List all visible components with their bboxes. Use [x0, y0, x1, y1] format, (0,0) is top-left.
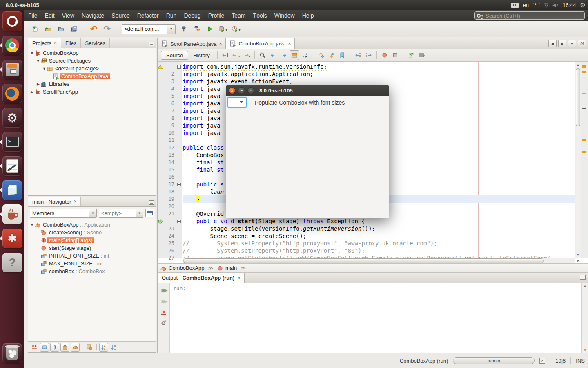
- search-dropdown-icon[interactable]: ▾: [481, 14, 483, 18]
- find-selection-button[interactable]: [258, 50, 267, 60]
- comment-button[interactable]: [406, 50, 416, 60]
- profile-button[interactable]: ▾: [230, 23, 242, 35]
- breadcrumb-close-icon[interactable]: ×: [580, 40, 585, 47]
- clean-build-button[interactable]: [191, 23, 203, 35]
- last-edit-button[interactable]: [220, 50, 230, 60]
- show-fields-button[interactable]: [40, 343, 49, 352]
- show-inner-classes-button[interactable]: [85, 343, 94, 352]
- forward-button[interactable]: ▾: [242, 50, 252, 60]
- fold-collapse-icon[interactable]: [177, 183, 181, 186]
- sort-source-button[interactable]: [109, 343, 118, 352]
- navigator-tree-item[interactable]: start(Stage stage): [28, 244, 156, 252]
- navigator-filter-select[interactable]: <empty> ▼: [99, 209, 143, 218]
- tab-scrollpaneapp-java[interactable]: ScrollPaneApp.java×: [158, 38, 226, 49]
- dock-item-java-app[interactable]: [2, 204, 22, 224]
- minimize-panel-button[interactable]: [149, 200, 154, 205]
- search-input[interactable]: ▾ Search (Ctrl+I): [474, 11, 585, 20]
- stripe-mark[interactable]: [582, 108, 586, 109]
- scroll-up-icon[interactable]: ▲: [582, 283, 588, 289]
- battery-icon[interactable]: [533, 3, 540, 7]
- project-tree-item[interactable]: ▼ComboBoxApp: [28, 49, 156, 57]
- minimize-panel-button[interactable]: [149, 42, 154, 46]
- stripe-mark[interactable]: [582, 139, 586, 141]
- redo-button[interactable]: ↷: [101, 23, 113, 35]
- configuration-select[interactable]: <default conf...▼: [122, 24, 176, 34]
- undo-button[interactable]: ↶: [88, 23, 100, 35]
- chevron-down-icon[interactable]: ▼: [167, 25, 175, 34]
- navigator-tree-item[interactable]: comboBox : ComboBox: [28, 267, 156, 275]
- next-bookmark-button[interactable]: [327, 50, 336, 60]
- menu-edit[interactable]: Edit: [41, 10, 58, 21]
- project-tree-item[interactable]: ▶Libraries: [28, 80, 156, 88]
- navigator-tree-item[interactable]: createScene() : Scene: [28, 229, 156, 236]
- output-scrollbar[interactable]: ▲ ▼: [581, 283, 588, 353]
- network-icon[interactable]: ▽: [544, 2, 548, 8]
- history-view-button[interactable]: History: [188, 51, 214, 60]
- stop-macro-button[interactable]: [390, 50, 400, 60]
- tree-expanded-icon[interactable]: ▼: [42, 67, 47, 71]
- inherited-members-button[interactable]: [30, 343, 39, 352]
- debug-button[interactable]: ▾: [217, 23, 229, 35]
- project-tree-item[interactable]: ▶ScrollPaneApp: [28, 88, 156, 96]
- next-occurrence-button[interactable]: [279, 50, 289, 60]
- stripe-mark[interactable]: [582, 71, 586, 73]
- navigator-tree-item[interactable]: ▼ComboBoxApp :: Application: [28, 221, 156, 229]
- build-button[interactable]: [178, 23, 190, 35]
- back-button[interactable]: ▾: [231, 50, 241, 60]
- menu-window[interactable]: Window: [271, 10, 298, 21]
- fold-collapse-icon[interactable]: [177, 220, 181, 223]
- toggle-highlight-button[interactable]: [290, 50, 299, 60]
- project-tree-item[interactable]: ▼<default package>: [28, 65, 156, 72]
- rect-selection-button[interactable]: [300, 50, 310, 60]
- stop-run-button[interactable]: [160, 308, 168, 316]
- project-tree-item[interactable]: ▼Source Packages: [28, 57, 156, 65]
- navigator-tree-item[interactable]: main(String[] args): [28, 236, 156, 244]
- scrollbar-thumb[interactable]: [183, 258, 544, 263]
- scrollbar-thumb[interactable]: [576, 68, 580, 126]
- scroll-down-icon[interactable]: ▼: [582, 348, 588, 353]
- chevron-down-icon[interactable]: ▾: [238, 25, 240, 33]
- chevron-down-icon[interactable]: ▼: [89, 209, 96, 217]
- menu-refactor[interactable]: Refactor: [134, 10, 163, 21]
- toggle-bookmark-button[interactable]: [337, 50, 347, 60]
- scroll-tabs-left-button[interactable]: ◀: [548, 40, 557, 47]
- keyboard-layout-icon[interactable]: [511, 3, 519, 8]
- tab-services[interactable]: Services: [81, 38, 110, 48]
- tab-projects[interactable]: Projects×: [28, 38, 61, 48]
- navigator-tree-item[interactable]: MAX_FONT_SIZE : int: [28, 260, 156, 267]
- menu-navigate[interactable]: Navigate: [78, 10, 108, 21]
- fold-collapse-icon[interactable]: [177, 65, 181, 69]
- scroll-down-icon[interactable]: ▼: [575, 252, 581, 257]
- progress-bar[interactable]: runnin: [453, 357, 535, 364]
- tab-files[interactable]: Files: [61, 38, 81, 48]
- shift-left-button[interactable]: [353, 50, 363, 60]
- menu-team[interactable]: Team: [228, 10, 249, 21]
- prev-occurrence-button[interactable]: [268, 50, 278, 60]
- dock-item-chrome[interactable]: [2, 36, 22, 55]
- source-view-button[interactable]: Source: [161, 51, 188, 60]
- tree-collapsed-icon[interactable]: ▶: [30, 90, 34, 94]
- chevron-down-icon[interactable]: ▾: [238, 52, 240, 59]
- menu-profile[interactable]: Profile: [205, 10, 228, 21]
- run-settings-button[interactable]: ⚙: [160, 319, 168, 327]
- menu-debug[interactable]: Debug: [180, 10, 204, 21]
- menu-help[interactable]: Help: [298, 10, 318, 21]
- menu-source[interactable]: Source: [108, 10, 133, 21]
- tab-comboboxapp-java[interactable]: ComboBoxApp.java×: [226, 38, 295, 49]
- prev-bookmark-button[interactable]: [316, 50, 326, 60]
- chevron-down-icon[interactable]: ▾: [249, 52, 251, 59]
- minimize-panel-button[interactable]: [580, 275, 586, 280]
- rerun-debug-button[interactable]: ▶▶: [160, 297, 168, 305]
- rerun-button[interactable]: ▶▶: [160, 286, 168, 294]
- tab-list-dropdown-button[interactable]: ▼: [568, 40, 576, 47]
- app-window-titlebar[interactable]: × – ▫ 8.0.0-ea-b105: [226, 85, 389, 96]
- fold-margin[interactable]: [176, 181, 183, 188]
- shift-right-button[interactable]: [364, 50, 374, 60]
- navigator-view-button[interactable]: [145, 209, 154, 217]
- menu-run[interactable]: Run: [163, 10, 180, 21]
- menu-file[interactable]: File: [24, 10, 41, 21]
- dock-item-blue-cube-app[interactable]: [2, 180, 22, 200]
- fold-margin[interactable]: [176, 218, 183, 225]
- project-tree-item[interactable]: ComboBoxApp.java: [28, 72, 156, 80]
- cancel-task-icon[interactable]: ×: [539, 358, 545, 364]
